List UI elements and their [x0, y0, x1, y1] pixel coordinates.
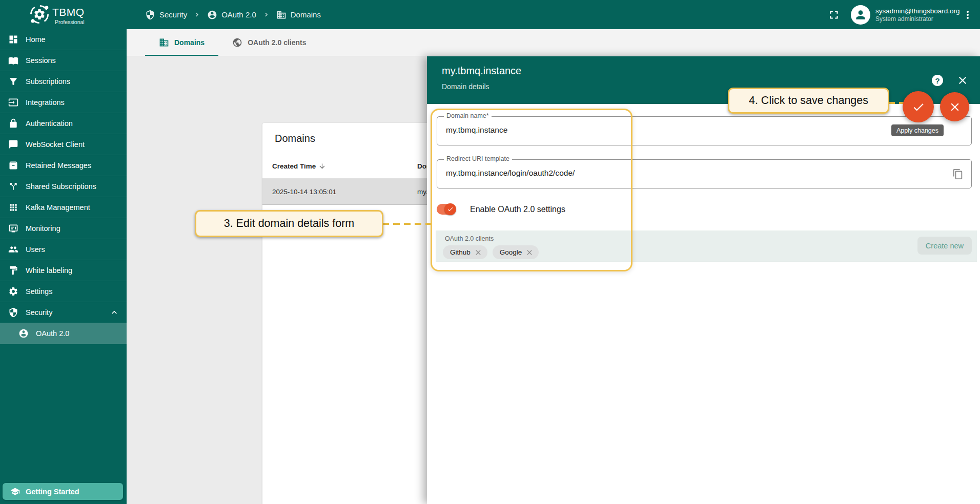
create-new-button[interactable]: Create new — [917, 237, 972, 255]
sidebar-item-subscriptions[interactable]: Subscriptions — [0, 71, 127, 92]
cell-created-time: 2025-10-14 13:05:01 — [262, 188, 417, 196]
domain-icon — [159, 37, 169, 48]
tbmq-app: TBMQ Professional SecurityOAuth 2.0Domai… — [0, 0, 980, 504]
client-chip-github: Github — [443, 245, 487, 259]
sidebar: HomeSessionsSubscriptionsIntegrationsAut… — [0, 29, 127, 504]
sidebar-item-label: Retained Messages — [26, 161, 91, 170]
user-email: sysadmin@thingsboard.org — [875, 7, 962, 15]
chip-remove-icon[interactable] — [474, 248, 482, 257]
redirect-uri-input[interactable] — [446, 169, 945, 178]
account-circle-icon — [18, 328, 29, 339]
breadcrumb-item-domains[interactable]: Domains — [276, 10, 321, 20]
user-info: sysadmin@thingsboard.org System administ… — [875, 7, 962, 23]
apply-changes-button[interactable] — [903, 91, 934, 122]
sidebar-item-label: Authentication — [26, 119, 73, 128]
gear-icon — [8, 286, 18, 297]
sidebar-item-home[interactable]: Home — [0, 29, 127, 50]
domain-name-input[interactable] — [446, 125, 945, 135]
dashboard-icon — [8, 34, 18, 45]
oauth-toggle-row: Enable OAuth 2.0 settings — [437, 204, 565, 215]
discard-changes-button[interactable] — [940, 92, 969, 121]
sidebar-item-white-labeling[interactable]: White labeling — [0, 260, 127, 281]
filter-icon — [8, 76, 18, 87]
chat-icon — [8, 139, 18, 150]
panel-subtitle: Domain details — [442, 82, 489, 91]
getting-started-label: Getting Started — [26, 488, 79, 496]
tbmq-logo[interactable]: TBMQ Professional — [29, 3, 85, 25]
sidebar-item-monitoring[interactable]: Monitoring — [0, 218, 127, 239]
people-icon — [8, 244, 18, 255]
annotation-step-4: 4. Click to save changes — [728, 88, 889, 114]
sidebar-item-security[interactable]: Security — [0, 302, 127, 323]
domain-details-panel: my.tbmq.instance Domain details Domain n… — [427, 56, 980, 504]
fullscreen-icon[interactable] — [827, 8, 841, 22]
shield-icon — [8, 307, 18, 318]
chip-label: Github — [450, 248, 471, 256]
sidebar-item-label: Home — [26, 35, 46, 44]
column-label: Created Time — [272, 162, 316, 170]
tab-domains[interactable]: Domains — [145, 29, 218, 56]
more-vert-icon[interactable] — [962, 9, 974, 21]
tab-bar: DomainsOAuth 2.0 clients — [127, 29, 980, 56]
sidebar-item-authentication[interactable]: Authentication — [0, 113, 127, 134]
sidebar-item-label: Monitoring — [26, 224, 60, 233]
sidebar-item-label: Security — [26, 308, 52, 317]
arrow-down-icon — [318, 162, 326, 170]
logo-subtitle: Professional — [52, 19, 85, 25]
top-header: TBMQ Professional SecurityOAuth 2.0Domai… — [0, 0, 980, 29]
paint-icon — [8, 265, 18, 276]
breadcrumb-label: Domains — [291, 10, 321, 19]
sidebar-item-websocket-client[interactable]: WebSocket Client — [0, 134, 127, 155]
sidebar-item-label: OAuth 2.0 — [36, 329, 69, 338]
school-icon — [10, 487, 20, 496]
sidebar-item-label: Integrations — [26, 98, 65, 107]
oauth-clients-label: OAuth 2.0 clients — [445, 235, 494, 242]
sidebar-item-label: WebSocket Client — [26, 140, 85, 149]
monitor-icon — [8, 223, 18, 234]
sidebar-item-label: White labeling — [26, 266, 72, 275]
sidebar-item-integrations[interactable]: Integrations — [0, 92, 127, 113]
chevron-up-icon — [109, 307, 119, 318]
sidebar-item-label: Shared Subscriptions — [26, 182, 96, 191]
person-icon — [854, 8, 867, 22]
sidebar-item-kafka-management[interactable]: Kafka Management — [0, 197, 127, 218]
chip-remove-icon[interactable] — [525, 248, 534, 257]
toggle-label: Enable OAuth 2.0 settings — [470, 205, 565, 214]
sidebar-item-retained-messages[interactable]: Retained Messages — [0, 155, 127, 176]
close-icon — [948, 100, 962, 114]
domain-name-label: Domain name* — [444, 112, 492, 119]
getting-started-button[interactable]: Getting Started — [3, 483, 123, 500]
check-icon — [447, 206, 454, 213]
check-icon — [912, 100, 925, 114]
sidebar-item-oauth-2-0[interactable]: OAuth 2.0 — [0, 323, 127, 344]
annotation-step-3: 3. Edit domain details form — [195, 210, 383, 237]
panel-title: my.tbmq.instance — [442, 65, 521, 77]
lock-icon — [8, 118, 18, 129]
enable-oauth-toggle[interactable] — [437, 204, 456, 215]
copy-icon[interactable] — [952, 169, 964, 180]
sidebar-item-shared-subscriptions[interactable]: Shared Subscriptions — [0, 176, 127, 197]
input-icon — [8, 97, 18, 108]
breadcrumb-item-oauth-2-0[interactable]: OAuth 2.0 — [207, 10, 256, 20]
sidebar-item-sessions[interactable]: Sessions — [0, 50, 127, 71]
book-icon — [8, 55, 18, 66]
column-header-created-time[interactable]: Created Time — [262, 162, 417, 170]
sidebar-item-label: Sessions — [26, 56, 56, 65]
sidebar-nav: HomeSessionsSubscriptionsIntegrationsAut… — [0, 29, 127, 344]
tab-oauth-2-0-clients[interactable]: OAuth 2.0 clients — [218, 29, 320, 56]
close-icon[interactable] — [956, 74, 969, 87]
breadcrumb-item-security[interactable]: Security — [145, 10, 187, 20]
tab-label: OAuth 2.0 clients — [248, 38, 306, 47]
apply-changes-tooltip: Apply changes — [891, 124, 944, 136]
sidebar-item-settings[interactable]: Settings — [0, 281, 127, 302]
sidebar-item-users[interactable]: Users — [0, 239, 127, 260]
logo-title: TBMQ — [52, 6, 85, 18]
chip-label: Google — [500, 248, 522, 256]
avatar[interactable] — [851, 5, 870, 25]
help-icon[interactable] — [932, 75, 943, 86]
globe-icon — [232, 37, 242, 48]
call-split-icon — [8, 181, 18, 192]
sidebar-item-label: Kafka Management — [26, 203, 90, 212]
shield-icon — [145, 10, 155, 20]
user-role: System administrator — [875, 15, 962, 23]
